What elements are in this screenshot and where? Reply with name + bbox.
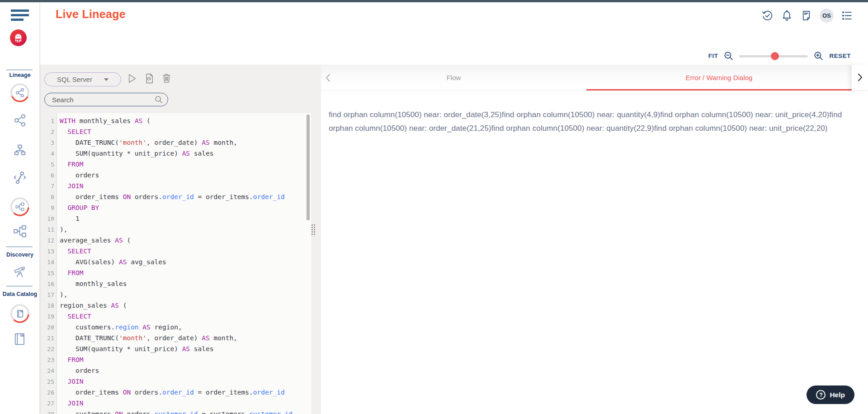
code-line: 10 1 [45,213,311,224]
code-line: 16 monthly_sales [45,278,311,289]
sidebar-item-discovery[interactable] [0,265,40,279]
flow-icon [13,224,27,238]
run-icon[interactable] [126,72,138,85]
sidebar-section-label-data-catalog: Data Catalog [0,291,40,297]
code-line: 21 DATE_TRUNC('month', order_date) AS mo… [45,333,311,343]
code-wrench-icon [13,170,27,185]
code-line: 15 FROM [45,267,311,278]
sidebar-item-notebook[interactable] [0,332,40,347]
code-line: 8 order_items ON orders.order_id = order… [45,191,311,202]
chevron-left-icon [326,74,330,82]
reset-button[interactable]: RESET [829,52,851,59]
chevron-right-icon [858,73,863,81]
tab-bar: Flow Error / Warning Dialog [321,65,852,90]
octopus-logo[interactable] [10,29,27,46]
error-dialog-content: find orphan column(10500) near: order_da… [321,91,868,414]
code-line: 20 customers.region AS region, [45,322,311,333]
code-line: 12average_sales AS ( [45,235,311,246]
zoom-toolbar: FIT RESET [708,51,851,61]
question-mark-icon: ? [816,390,826,400]
search-input[interactable] [52,96,154,104]
code-line: 2 SELECT [45,126,311,137]
code-line: 27 JOIN [45,398,311,409]
code-line: 13 SELECT [45,246,311,257]
fit-button[interactable]: FIT [708,52,718,59]
tab-error-warning-label: Error / Warning Dialog [686,74,753,81]
chevron-down-icon [104,78,108,81]
code-line: 3 DATE_TRUNC('month', order_date) AS mon… [45,137,311,148]
header: Live Lineage OS [40,2,868,65]
sidebar-item-lineage-overview[interactable] [0,83,40,103]
zoom-slider-thumb[interactable] [771,52,779,60]
news-icon[interactable] [800,10,812,22]
sql-code-editor[interactable]: 1WITH monthly_sales AS (2 SELECT3 DATE_T… [45,113,311,414]
code-line: 26 order_items ON orders.order_id = orde… [45,387,311,398]
code-line: 9 GROUP BY [45,202,311,213]
code-line: 1WITH monthly_sales AS ( [45,115,311,126]
avatar[interactable]: OS [820,9,834,23]
share-graph-icon [15,88,25,98]
app-window: Lineage [0,0,868,414]
hamburger-bar [11,10,29,12]
tabs-scroll-right[interactable] [852,65,868,90]
hamburger-bar [11,19,24,21]
sidebar-divider [6,286,33,286]
code-line: 24 orders [45,365,311,376]
header-icons: OS [761,9,853,23]
sidebar-item-flow-progress[interactable] [0,197,40,217]
code-line: 18region_sales AS ( [45,300,311,311]
active-tab-underline [586,89,852,90]
code-line: 19 SELECT [45,311,311,322]
tab-error-warning-dialog[interactable]: Error / Warning Dialog [586,65,852,90]
sidebar-divider [6,70,33,70]
list-menu-icon[interactable] [841,10,853,22]
zoom-in-icon[interactable] [813,51,824,61]
search-icon[interactable] [154,95,163,104]
sidebar-item-flow[interactable] [0,224,40,238]
sidebar-item-catalog-progress[interactable] [0,304,40,324]
tabs-scroll-left[interactable] [326,65,330,90]
zoom-out-icon[interactable] [723,51,734,61]
history-check-icon[interactable] [761,10,774,22]
tab-flow-label: Flow [447,74,461,81]
sidebar-item-share-graph[interactable] [0,114,40,127]
code-line: 28 customers ON orders.customer_id = cus… [45,409,311,414]
trash-icon[interactable] [160,72,173,85]
help-button-label: Help [830,391,845,399]
telescope-icon [13,265,27,279]
octopus-icon [10,29,27,46]
notebook-icon [12,332,28,347]
copy-script-icon[interactable] [143,72,156,85]
code-line: 4 SUM(quantity * unit_price) AS sales [45,148,311,159]
sidebar-divider [6,247,33,247]
search-box [44,93,168,106]
notebook-icon [16,309,24,318]
share-graph-icon [13,114,27,127]
sidebar-section-label-discovery: Discovery [0,252,40,258]
code-line: 11), [45,224,311,235]
code-lines: 1WITH monthly_sales AS (2 SELECT3 DATE_T… [45,113,311,414]
editor-scrollbar[interactable] [307,114,310,220]
panel-resize-handle[interactable] [311,224,316,236]
sql-editor-panel: SQL Server 1WITH monthly_sales AS (2 SEL… [40,65,321,414]
hamburger-bar [11,14,29,16]
code-line: 25 JOIN [45,376,311,387]
error-message: find orphan column(10500) near: order_da… [329,108,857,135]
help-button[interactable]: ? Help [807,385,854,404]
notifications-bell-icon[interactable] [781,10,793,22]
sidebar-item-code-tools[interactable] [0,170,40,185]
code-line: 7 JOIN [45,181,311,191]
hamburger-menu-icon[interactable] [11,10,29,21]
code-line: 6 orders [45,170,311,181]
flow-panel: Flow Error / Warning Dialog find orphan … [321,65,868,414]
code-line: 17), [45,289,311,300]
code-line: 23 FROM [45,354,311,365]
zoom-slider[interactable] [739,52,808,60]
flow-icon [15,202,25,212]
sidebar: Lineage [0,2,40,414]
tab-flow[interactable]: Flow [321,65,586,90]
engine-dropdown-value: SQL Server [57,76,92,83]
code-line: 22 SUM(quantity * unit_price) AS sales [45,343,311,354]
engine-dropdown[interactable]: SQL Server [44,72,121,86]
sidebar-item-sitemap[interactable] [0,143,40,157]
